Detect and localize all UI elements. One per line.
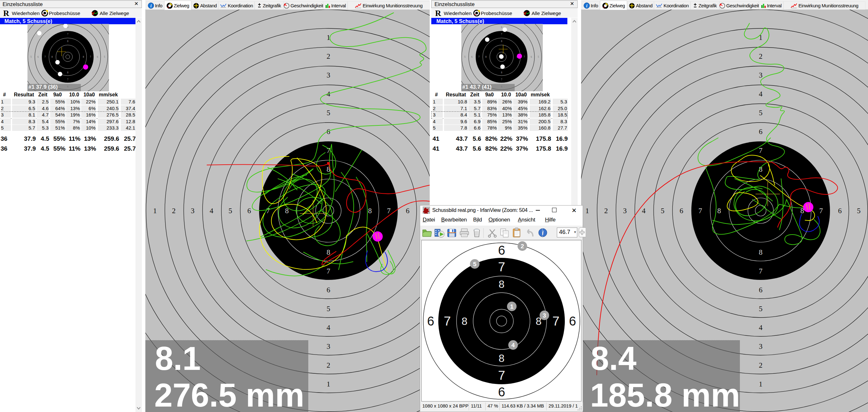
svg-text:5: 5 xyxy=(104,56,105,59)
svg-text:5: 5 xyxy=(759,305,763,313)
svg-text:6: 6 xyxy=(531,56,532,59)
svg-text:1: 1 xyxy=(327,380,330,388)
svg-text:1: 1 xyxy=(759,380,763,388)
svg-text:7: 7 xyxy=(444,314,451,328)
svg-text:7: 7 xyxy=(478,56,479,59)
svg-text:5: 5 xyxy=(464,56,465,59)
svg-text:8: 8 xyxy=(499,352,504,364)
svg-text:1: 1 xyxy=(510,303,514,310)
svg-text:6: 6 xyxy=(759,286,763,294)
svg-text:8: 8 xyxy=(501,71,502,74)
svg-text:7: 7 xyxy=(90,56,91,59)
svg-text:5: 5 xyxy=(759,109,763,117)
svg-text:6: 6 xyxy=(501,26,502,29)
svg-text:6: 6 xyxy=(97,56,98,59)
svg-text:7: 7 xyxy=(552,314,559,328)
svg-text:5: 5 xyxy=(538,56,539,59)
svg-text:4: 4 xyxy=(512,342,515,348)
svg-text:5: 5 xyxy=(327,305,330,313)
svg-text:3: 3 xyxy=(759,342,763,350)
svg-text:3: 3 xyxy=(191,207,194,215)
svg-text:8: 8 xyxy=(485,56,487,59)
svg-text:2: 2 xyxy=(327,361,330,369)
svg-text:7: 7 xyxy=(699,207,702,215)
svg-text:7: 7 xyxy=(387,207,391,215)
svg-text:1: 1 xyxy=(153,207,157,215)
svg-text:2: 2 xyxy=(759,361,763,369)
svg-text:2: 2 xyxy=(327,52,330,60)
svg-text:4: 4 xyxy=(327,323,330,332)
svg-text:7: 7 xyxy=(501,33,502,36)
svg-text:5: 5 xyxy=(228,207,232,215)
svg-text:8: 8 xyxy=(501,40,502,43)
svg-text:i: i xyxy=(151,3,152,8)
svg-text:8: 8 xyxy=(368,207,372,215)
svg-text:2: 2 xyxy=(604,207,608,215)
svg-text:8: 8 xyxy=(67,40,68,43)
svg-text:6: 6 xyxy=(498,385,505,399)
svg-text:3: 3 xyxy=(623,207,627,215)
svg-text:7: 7 xyxy=(759,146,763,154)
svg-text:4: 4 xyxy=(210,207,213,215)
svg-text:8: 8 xyxy=(717,207,721,215)
svg-text:3: 3 xyxy=(759,71,763,79)
svg-text:6: 6 xyxy=(406,207,409,215)
svg-text:7: 7 xyxy=(498,260,505,274)
svg-text:3: 3 xyxy=(327,71,330,79)
svg-text:8: 8 xyxy=(67,71,68,74)
svg-text:5: 5 xyxy=(30,56,32,59)
svg-text:3: 3 xyxy=(327,342,330,350)
svg-text:8: 8 xyxy=(462,315,467,327)
svg-text:6: 6 xyxy=(471,56,472,59)
svg-text:6: 6 xyxy=(327,286,330,294)
svg-text:7: 7 xyxy=(498,368,505,382)
svg-text:2: 2 xyxy=(521,243,524,249)
svg-text:5: 5 xyxy=(857,207,861,215)
svg-text:4: 4 xyxy=(759,323,763,332)
svg-text:8: 8 xyxy=(52,56,53,59)
svg-text:2: 2 xyxy=(172,207,176,215)
svg-text:6: 6 xyxy=(498,243,505,257)
svg-text:7: 7 xyxy=(67,78,68,81)
svg-text:3: 3 xyxy=(543,312,546,319)
svg-text:8: 8 xyxy=(499,278,504,290)
svg-text:8: 8 xyxy=(327,248,330,256)
svg-text:2: 2 xyxy=(759,52,763,60)
svg-text:7: 7 xyxy=(67,33,68,36)
svg-text:7: 7 xyxy=(327,267,330,275)
svg-text:6: 6 xyxy=(247,207,251,215)
svg-text:6: 6 xyxy=(680,207,683,215)
svg-text:1: 1 xyxy=(585,207,589,215)
svg-text:5: 5 xyxy=(661,207,664,215)
svg-text:7: 7 xyxy=(759,267,763,275)
svg-text:7: 7 xyxy=(819,207,823,215)
svg-text:7: 7 xyxy=(44,56,46,59)
svg-text:8: 8 xyxy=(759,248,763,256)
svg-text:i: i xyxy=(586,3,588,8)
svg-text:5: 5 xyxy=(473,261,477,268)
svg-text:7: 7 xyxy=(524,56,525,59)
svg-text:4: 4 xyxy=(759,90,763,98)
svg-text:7: 7 xyxy=(501,78,502,81)
svg-text:6: 6 xyxy=(569,314,576,328)
svg-text:8: 8 xyxy=(83,56,84,59)
svg-text:6: 6 xyxy=(838,207,842,215)
svg-text:5: 5 xyxy=(327,109,330,117)
svg-text:6: 6 xyxy=(427,314,434,328)
svg-text:4: 4 xyxy=(642,207,646,215)
svg-text:6: 6 xyxy=(759,128,763,136)
svg-text:6: 6 xyxy=(37,56,39,59)
